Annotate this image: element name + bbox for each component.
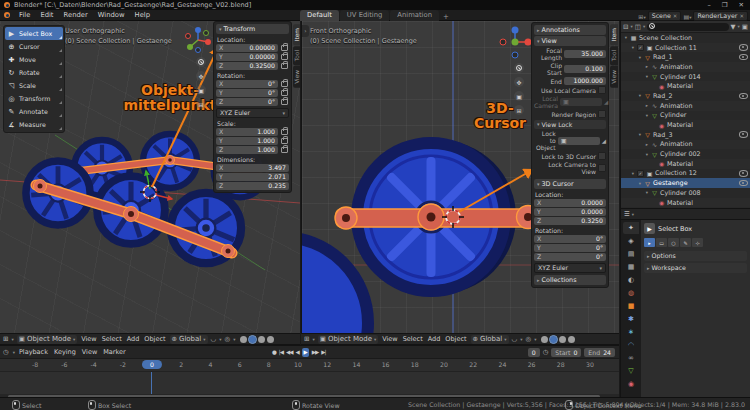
tool-select-box[interactable]: ▶Select Box xyxy=(5,27,63,40)
timeline-body[interactable] xyxy=(0,372,619,394)
sidebar-tab-tool[interactable]: Tool xyxy=(293,46,300,65)
playback-button-4[interactable]: ▶▶ xyxy=(312,349,318,355)
viewport-left[interactable]: User Orthographic (0) Scene Collection |… xyxy=(0,21,300,333)
orientation-dropdown[interactable]: ⊕Global▾ xyxy=(170,335,208,344)
rotation-x-field[interactable]: X0° xyxy=(216,80,278,88)
select-mode-button-1[interactable]: ▭ xyxy=(656,238,667,247)
workspace-tab-uv-editing[interactable]: UV Editing xyxy=(340,10,389,21)
outliner-row-animation[interactable]: ▸∿Animation xyxy=(621,62,750,72)
outliner-row-material[interactable]: ◉Material xyxy=(621,159,750,169)
frame-tick-18[interactable]: 18 xyxy=(405,361,425,368)
expander-icon[interactable]: ▾ xyxy=(638,55,642,60)
frame-tick-4[interactable]: 4 xyxy=(200,361,220,368)
frame-tick--8[interactable]: -8 xyxy=(25,361,45,368)
expander-icon[interactable]: ▸ xyxy=(645,64,649,69)
lock-3d-cursor-checkbox[interactable] xyxy=(598,152,606,160)
workspace-tab-animation[interactable]: Animation xyxy=(390,10,439,21)
move-view-icon-right[interactable]: ✥ xyxy=(514,77,524,87)
navigation-gizmo-left[interactable] xyxy=(183,25,213,55)
frame-tick-22[interactable]: 22 xyxy=(463,361,483,368)
render-region-checkbox[interactable] xyxy=(598,110,606,118)
expander-icon[interactable]: ▾ xyxy=(645,74,649,79)
properties-tab-material[interactable]: ◉ xyxy=(623,378,639,390)
blender-menu-logo[interactable] xyxy=(4,12,10,18)
outliner-row-cylinder-014[interactable]: ▾▽Cylinder 014 xyxy=(621,72,750,82)
use-local-camera-checkbox[interactable] xyxy=(598,86,606,94)
timeline-editor-icon[interactable]: ◷ xyxy=(3,348,9,356)
expander-icon[interactable]: ▾ xyxy=(631,171,635,176)
properties-tab-object-data[interactable]: ▽ xyxy=(623,365,639,377)
outliner-row-animation[interactable]: ▸∿Animation xyxy=(621,140,750,150)
outliner-editor-icon[interactable]: ⊟ xyxy=(623,23,628,31)
menu-object[interactable]: Object xyxy=(444,335,467,343)
expander-icon[interactable]: ▾ xyxy=(638,132,642,137)
outliner-row-rad_1[interactable]: ▾▽Rad_1 xyxy=(621,52,750,62)
location-x-field[interactable]: X0.00000 xyxy=(216,44,278,52)
frame-tick-6[interactable]: 6 xyxy=(230,361,250,368)
use-local-camera-row[interactable]: Use Local Camera xyxy=(534,86,606,94)
options-panel-header[interactable]: ▸Options xyxy=(644,251,747,261)
field-end[interactable]: 1000.000 xyxy=(564,77,606,85)
render-region-row[interactable]: Render Region xyxy=(534,110,606,118)
frame-end-field[interactable]: End24 xyxy=(584,348,615,357)
select-mode-button-2[interactable]: ○ xyxy=(668,238,679,247)
tool-scale[interactable]: ◹Scale xyxy=(5,79,63,92)
maximize-button[interactable]: ❐ xyxy=(722,2,728,8)
visibility-eye-icon[interactable] xyxy=(739,54,748,61)
properties-tab-render[interactable]: ◈ xyxy=(623,235,639,247)
snap-magnet-icon[interactable]: ◡ xyxy=(512,335,518,343)
lock-3d-cursor-row[interactable]: Lock to 3D Cursor xyxy=(534,152,606,160)
cursor-rotation-mode-dropdown[interactable]: XYZ Euler▾ xyxy=(534,263,606,273)
menu-file[interactable]: File xyxy=(14,11,35,19)
outliner-row-rad_3[interactable]: ▾▽Rad_3 xyxy=(621,130,750,140)
outliner-row-animation[interactable]: ▸∿Animation xyxy=(621,101,750,111)
expander-icon[interactable]: ▾ xyxy=(631,45,635,50)
field-focal-length[interactable]: 35.000 xyxy=(564,50,606,58)
rotation-z-field[interactable]: Z0° xyxy=(216,98,278,106)
properties-tab-output[interactable]: ▤ xyxy=(623,248,639,260)
editor-type-icon[interactable]: ⊞ xyxy=(3,335,8,343)
playback-button-3[interactable]: ▶ xyxy=(302,348,309,357)
auto-key-button[interactable]: ● xyxy=(272,349,276,355)
menu-add[interactable]: Add xyxy=(427,335,442,343)
new-collection-icon[interactable]: ▣ xyxy=(742,23,748,31)
eyedropper-icon[interactable]: ◢ xyxy=(604,99,608,105)
move-view-icon-left[interactable]: ✥ xyxy=(196,71,206,81)
shading-solid-icon[interactable] xyxy=(249,336,256,343)
menu-edit[interactable]: Edit xyxy=(35,11,58,19)
frame-tick-28[interactable]: 28 xyxy=(551,361,571,368)
collection-checkbox[interactable]: ✓ xyxy=(637,170,644,177)
scene-selector[interactable]: Scene✕ xyxy=(648,11,682,21)
playback-button-5[interactable]: ▶| xyxy=(321,349,325,355)
frame-tick-8[interactable]: 8 xyxy=(259,361,279,368)
playback-button-0[interactable]: |◀ xyxy=(279,349,283,355)
rotation-mode-dropdown[interactable]: XYZ Euler▾ xyxy=(216,108,289,118)
scene-browse-icon[interactable]: ⊞▾ xyxy=(638,13,645,20)
menu-view[interactable]: View xyxy=(80,335,97,343)
playback-button-1[interactable]: ◀◀ xyxy=(286,349,292,355)
frame-tick-30[interactable]: 30 xyxy=(580,361,600,368)
shading-rendered-icon[interactable] xyxy=(568,336,575,343)
add-workspace-button[interactable]: + xyxy=(443,13,449,21)
editor-type-icon[interactable]: ⊞ xyxy=(304,335,309,343)
properties-tab-particles[interactable]: ∗ xyxy=(623,326,639,338)
camera-view-icon-right[interactable]: ▣ xyxy=(514,91,524,101)
sidebar-tab-view[interactable]: View xyxy=(610,66,618,88)
scene-unlink-icon[interactable]: ✕ xyxy=(673,12,678,20)
outliner-row-cylinder[interactable]: ▾▽Cylinder xyxy=(621,111,750,121)
expander-icon[interactable]: ▾ xyxy=(624,35,628,40)
workspace-panel-header[interactable]: ▸Workspace xyxy=(644,263,747,273)
outliner-row-rad_2[interactable]: ▾▽Rad_2 xyxy=(621,91,750,101)
viewlayer-browse-icon[interactable]: ▤▾ xyxy=(683,13,691,20)
cursor-rotation-x-field[interactable]: X0° xyxy=(534,235,606,243)
transform-panel-header[interactable]: ▾Transform xyxy=(216,24,289,34)
outliner-search-input[interactable] xyxy=(647,23,728,31)
outliner-row-collection-12[interactable]: ▾✓▣Collection 12 xyxy=(621,169,750,179)
tool-cursor[interactable]: ⊕Cursor xyxy=(5,40,63,53)
expander-icon[interactable]: ▸ xyxy=(645,103,649,108)
cursor-rotation-z-field[interactable]: Z0° xyxy=(534,253,606,261)
outliner-row-material[interactable]: ◉Material xyxy=(621,81,750,91)
workspace-tab-default[interactable]: Default xyxy=(300,10,339,21)
menu-add[interactable]: Add xyxy=(126,335,141,343)
timeline-menu-view[interactable]: View xyxy=(82,348,97,356)
